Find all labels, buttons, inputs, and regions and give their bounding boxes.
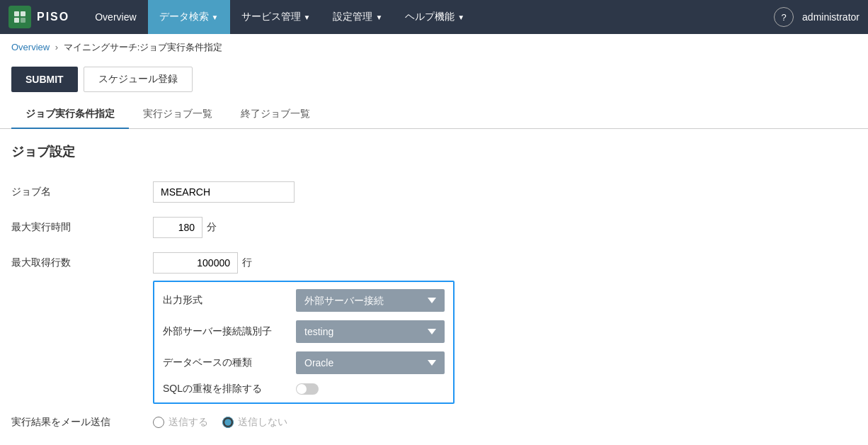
max-rows-value: 行 (153, 252, 857, 274)
section-title: ジョブ設定 (11, 143, 857, 160)
db-type-label: データベースの種類 (163, 356, 296, 369)
email-row: 実行結果をメール送信 送信する 送信しない (11, 407, 857, 438)
logo-icon (8, 6, 31, 28)
job-name-row: ジョブ名 (11, 174, 857, 210)
svg-rect-2 (14, 18, 19, 23)
connection-id-row: 外部サーバー接続識別子 testing production staging (154, 316, 453, 347)
max-time-label: 最大実行時間 (11, 221, 153, 234)
time-unit: 分 (207, 221, 217, 234)
email-label: 実行結果をメール送信 (11, 416, 153, 429)
breadcrumb: Overview › マイニングサーチ:ジョブ実行条件指定 (0, 34, 868, 61)
logo-text: PISO (37, 11, 69, 23)
max-rows-row: 最大取得行数 行 (11, 245, 857, 281)
highlighted-section-wrapper: 出力形式 外部サーバー接続 ファイル出力 その他 外部サーバー接続識別子 tes… (11, 281, 857, 404)
db-type-select[interactable]: Oracle MySQL PostgreSQL (296, 351, 445, 374)
db-type-row: データベースの種類 Oracle MySQL PostgreSQL (154, 347, 453, 378)
nav-help[interactable]: ヘルプ機能 ▼ (394, 0, 476, 34)
job-name-value (153, 181, 857, 203)
nav-settings-mgmt[interactable]: 設定管理 ▼ (321, 0, 394, 34)
email-value: 送信する 送信しない (153, 416, 857, 429)
highlighted-section: 出力形式 外部サーバー接続 ファイル出力 その他 外部サーバー接続識別子 tes… (153, 281, 455, 404)
svg-rect-1 (21, 11, 25, 16)
nav-items: Overview データ検索 ▼ サービス管理 ▼ 設定管理 ▼ ヘルプ機能 ▼ (84, 0, 774, 34)
content-area: ジョブ設定 ジョブ名 最大実行時間 分 最大取得行数 行 出力形式 外部 (0, 129, 868, 445)
nav-service-mgmt[interactable]: サービス管理 ▼ (230, 0, 322, 34)
connection-id-select[interactable]: testing production staging (296, 320, 445, 343)
breadcrumb-home[interactable]: Overview (11, 42, 50, 52)
job-name-label: ジョブ名 (11, 186, 153, 198)
nav-overview[interactable]: Overview (84, 0, 147, 34)
email-send-radio[interactable] (153, 417, 164, 428)
email-radio-group: 送信する 送信しない (153, 416, 287, 429)
output-format-label: 出力形式 (163, 294, 296, 307)
connection-id-label: 外部サーバー接続識別子 (163, 325, 296, 338)
svg-rect-0 (14, 11, 19, 16)
job-name-input[interactable] (153, 181, 295, 203)
dedup-label: SQLの重複を排除する (163, 383, 296, 395)
tab-running-jobs[interactable]: 実行ジョブ一覧 (129, 101, 227, 129)
logo-area: PISO (8, 6, 69, 28)
breadcrumb-current: マイニングサーチ:ジョブ実行条件指定 (64, 42, 223, 52)
email-send-label[interactable]: 送信する (153, 416, 208, 429)
nav-data-search[interactable]: データ検索 ▼ (148, 0, 230, 34)
max-time-row: 最大実行時間 分 (11, 210, 857, 245)
dedup-row: SQLの重複を排除する (154, 378, 453, 400)
email-no-send-label[interactable]: 送信しない (222, 416, 287, 429)
max-rows-input[interactable] (153, 252, 238, 274)
email-no-send-radio[interactable] (222, 417, 234, 428)
output-format-select[interactable]: 外部サーバー接続 ファイル出力 その他 (296, 289, 445, 312)
user-label: administrator (802, 11, 860, 23)
chevron-down-icon: ▼ (212, 13, 219, 21)
top-navigation: PISO Overview データ検索 ▼ サービス管理 ▼ 設定管理 ▼ ヘル… (0, 0, 868, 34)
rows-unit: 行 (242, 257, 252, 269)
schedule-button[interactable]: スケジュール登録 (84, 67, 193, 92)
max-rows-label: 最大取得行数 (11, 257, 153, 269)
svg-rect-3 (21, 18, 25, 23)
max-time-value: 分 (153, 217, 857, 238)
tab-job-conditions[interactable]: ジョブ実行条件指定 (11, 101, 129, 129)
output-format-row: 出力形式 外部サーバー接続 ファイル出力 その他 (154, 285, 453, 316)
chevron-down-icon: ▼ (304, 13, 311, 21)
chevron-down-icon: ▼ (457, 13, 464, 21)
toolbar: SUBMIT スケジュール登録 (0, 61, 868, 101)
submit-button[interactable]: SUBMIT (11, 67, 78, 92)
tabs: ジョブ実行条件指定 実行ジョブ一覧 終了ジョブ一覧 (0, 101, 868, 129)
breadcrumb-separator: › (55, 42, 58, 52)
help-button[interactable]: ? (774, 7, 794, 27)
chevron-down-icon: ▼ (375, 13, 382, 21)
max-time-input[interactable] (153, 217, 202, 238)
tab-finished-jobs[interactable]: 終了ジョブ一覧 (227, 101, 324, 129)
dedup-toggle[interactable] (296, 383, 319, 395)
nav-right: ? administrator (774, 7, 860, 27)
